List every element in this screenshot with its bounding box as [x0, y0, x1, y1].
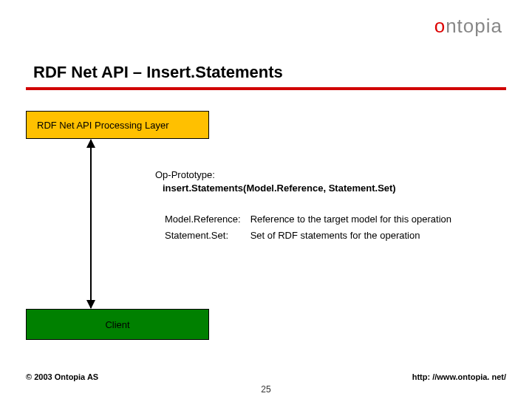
footer-copyright: © 2003 Ontopia AS [26, 372, 98, 381]
param-desc: Set of RDF statements for the operation [250, 228, 452, 243]
param-desc: Reference to the target model for this o… [250, 212, 452, 227]
processing-layer-label: RDF Net API Processing Layer [37, 120, 168, 131]
logo: ontopia [434, 15, 502, 38]
client-box: Client [26, 309, 209, 340]
client-label: Client [105, 319, 129, 330]
param-name: Statement.Set: [164, 228, 248, 243]
page-number: 25 [0, 384, 532, 395]
bidirectional-arrow [90, 140, 92, 308]
op-label: Op-Prototype: [155, 168, 396, 182]
logo-rest: ntopia [446, 15, 502, 37]
table-row: Statement.Set: Set of RDF statements for… [164, 228, 452, 243]
op-signature: insert.Statements(Model.Reference, State… [155, 182, 396, 195]
op-prototype-block: Op-Prototype: insert.Statements(Model.Re… [155, 168, 396, 194]
params-table: Model.Reference: Reference to the target… [163, 211, 454, 244]
footer-url: http: //www.ontopia. net/ [412, 372, 506, 381]
table-row: Model.Reference: Reference to the target… [164, 212, 452, 227]
processing-layer-box: RDF Net API Processing Layer [26, 111, 209, 139]
logo-accent: o [434, 15, 446, 37]
param-name: Model.Reference: [164, 212, 248, 227]
divider [26, 87, 506, 90]
slide-title: RDF Net API – Insert.Statements [33, 63, 283, 82]
